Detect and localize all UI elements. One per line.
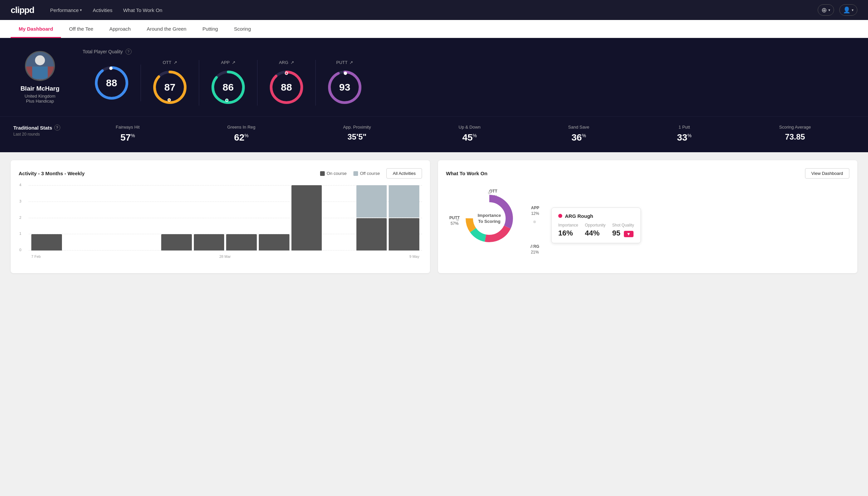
bar-oncourse-w5	[161, 234, 192, 250]
player-name: Blair McHarg	[20, 85, 59, 92]
bar-group-w3	[96, 185, 127, 250]
nav-links: Performance ▾ Activities What To Work On	[50, 7, 818, 13]
tab-approach[interactable]: Approach	[101, 20, 139, 38]
tooltip-title: ARG Rough	[558, 213, 634, 219]
tooltip-shot-quality: Shot Quality 95 ▼	[612, 223, 634, 237]
add-button[interactable]: ⊕ ▾	[818, 4, 834, 16]
player-info: Blair McHarg United Kingdom Plus Handica…	[13, 51, 67, 104]
tab-around-the-green[interactable]: Around the Green	[139, 20, 194, 38]
stat-up-and-down: Up & Down 45%	[459, 125, 480, 143]
score-card-ott: OTT ↗ 87	[141, 60, 199, 106]
total-quality-section: Total Player Quality ? 88 OTT	[83, 49, 855, 106]
bar-oncourse-w11	[357, 218, 387, 250]
activity-legend: On course Off course	[320, 171, 380, 176]
donut-dot-ott	[488, 191, 491, 194]
tooltip-metrics: Importance 16% Opportunity 44% Shot Qual…	[558, 223, 634, 237]
svg-rect-3	[32, 66, 48, 79]
donut-dot-putt	[456, 218, 459, 221]
wtwo-body: OTT 10% APP 12% ARG 21%	[446, 185, 849, 265]
score-label-app: APP ↗	[221, 60, 235, 65]
bar-group-w1	[31, 185, 62, 250]
tab-my-dashboard[interactable]: My Dashboard	[11, 20, 61, 38]
plus-icon: ⊕	[821, 6, 827, 14]
nav-what-to-work-on[interactable]: What To Work On	[123, 7, 162, 13]
tooltip-opportunity: Opportunity 44%	[585, 223, 605, 237]
main-score-circle: 88	[93, 65, 130, 101]
stat-app-proximity: App. Proximity 35'5"	[343, 125, 371, 143]
activity-bar-chart: 4 3 2 1 0 7 Feb 28 Mar 9 May	[19, 185, 422, 259]
avatar	[25, 51, 55, 81]
bar-group-w11	[357, 185, 387, 250]
score-card-app: APP ↗ 86	[199, 60, 257, 106]
x-labels: 7 Feb 28 Mar 9 May	[29, 254, 422, 259]
donut-container: OTT 10% APP 12% ARG 21%	[446, 185, 546, 265]
user-menu-button[interactable]: 👤 ▾	[839, 4, 857, 16]
tooltip-card: ARG Rough Importance 16% Opportunity 44%…	[551, 207, 641, 243]
stats-help-icon[interactable]: ?	[54, 125, 60, 130]
stats-label-group: Traditional Stats ? Last 20 rounds	[13, 125, 67, 137]
bar-group-w2	[64, 185, 95, 250]
nav-performance[interactable]: Performance ▾	[50, 7, 82, 13]
activity-chart-title: Activity - 3 Months - Weekly	[19, 171, 84, 176]
app-logo[interactable]: clippd	[11, 5, 34, 15]
bar-oncourse-w6	[194, 234, 224, 250]
stats-items: Fairways Hit 57% Greens In Reg 62% App. …	[72, 125, 855, 143]
app-score-circle: 86	[210, 69, 247, 106]
score-card-putt: PUTT ↗ 93	[316, 60, 374, 106]
bar-group-w10	[324, 185, 354, 250]
bar-oncourse-w12	[389, 218, 419, 250]
bar-group-w7	[226, 185, 257, 250]
top-nav: clippd Performance ▾ Activities What To …	[0, 0, 868, 20]
bar-offcourse-w11	[357, 185, 387, 218]
user-dropdown-icon: ▾	[852, 8, 854, 12]
nav-activities[interactable]: Activities	[93, 7, 112, 13]
shot-quality-badge: ▼	[624, 231, 633, 237]
ott-score-circle: 87	[152, 69, 188, 106]
score-card-arg: ARG ↗ 88	[257, 60, 316, 106]
bar-group-w12	[389, 185, 419, 250]
sub-tabs: My Dashboard Off the Tee Approach Around…	[0, 20, 868, 38]
wtwo-header: What To Work On View Dashboard	[446, 168, 849, 179]
tab-scoring[interactable]: Scoring	[226, 20, 259, 38]
activity-chart-header: Activity - 3 Months - Weekly On course O…	[19, 168, 422, 179]
bar-oncourse-w7	[226, 234, 257, 250]
view-dashboard-button[interactable]: View Dashboard	[805, 168, 849, 179]
stats-subtitle: Last 20 rounds	[13, 132, 67, 137]
bar-offcourse-w12	[389, 185, 419, 218]
bar-oncourse-w9	[291, 185, 322, 250]
arrow-up-icon-arg: ↗	[290, 60, 294, 65]
total-quality-label: Total Player Quality ?	[83, 49, 855, 55]
score-circles: 88 OTT ↗ 87	[83, 60, 855, 106]
bars-container	[29, 185, 422, 250]
legend-dot-oncourse	[320, 171, 325, 176]
stat-scoring-average: Scoring Average 73.85	[779, 125, 811, 143]
help-icon[interactable]: ?	[126, 49, 131, 55]
activity-chart-card: Activity - 3 Months - Weekly On course O…	[11, 160, 430, 273]
donut-dot-arg	[531, 245, 534, 248]
chevron-down-icon: ▾	[80, 8, 82, 12]
all-activities-button[interactable]: All Activities	[386, 168, 422, 179]
donut-center-text: Importance To Scoring	[478, 213, 501, 224]
putt-score-value: 93	[339, 82, 350, 93]
what-to-work-on-card: What To Work On View Dashboard OTT 10% A…	[438, 160, 857, 273]
svg-point-2	[35, 55, 45, 65]
bar-oncourse-w8	[259, 234, 289, 250]
wtwo-title: What To Work On	[446, 171, 487, 176]
putt-score-circle: 93	[327, 69, 363, 106]
tab-off-the-tee[interactable]: Off the Tee	[61, 20, 101, 38]
arg-score-circle: 88	[268, 69, 305, 106]
main-score-value: 88	[106, 77, 117, 89]
user-icon: 👤	[843, 6, 850, 14]
x-label-feb: 7 Feb	[31, 254, 41, 259]
arrow-up-icon-putt: ↗	[349, 60, 353, 65]
legend-off-course: Off course	[353, 171, 380, 176]
score-label-arg: ARG ↗	[279, 60, 294, 65]
x-label-may: 9 May	[409, 254, 419, 259]
tab-putting[interactable]: Putting	[194, 20, 226, 38]
app-score-value: 86	[222, 82, 234, 93]
bar-group-w9	[291, 185, 322, 250]
bar-group-w6	[194, 185, 224, 250]
stat-one-putt: 1 Putt 33%	[677, 125, 692, 143]
hero-section: Blair McHarg United Kingdom Plus Handica…	[0, 38, 868, 116]
bottom-section: Activity - 3 Months - Weekly On course O…	[0, 152, 868, 281]
